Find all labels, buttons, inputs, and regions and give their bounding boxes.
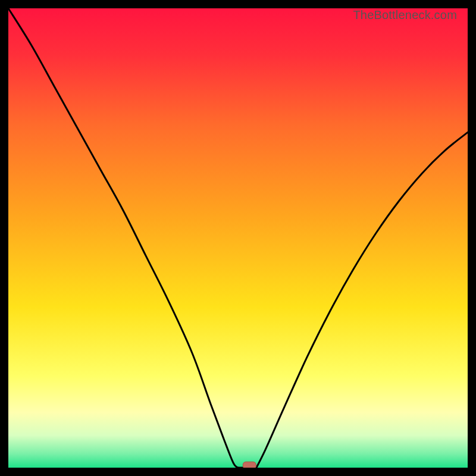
bottleneck-chart xyxy=(8,8,468,468)
watermark-text: TheBottleneck.com xyxy=(353,8,457,22)
chart-frame: TheBottleneck.com xyxy=(8,8,468,468)
gradient-background xyxy=(8,8,468,468)
optimum-marker xyxy=(243,462,256,468)
